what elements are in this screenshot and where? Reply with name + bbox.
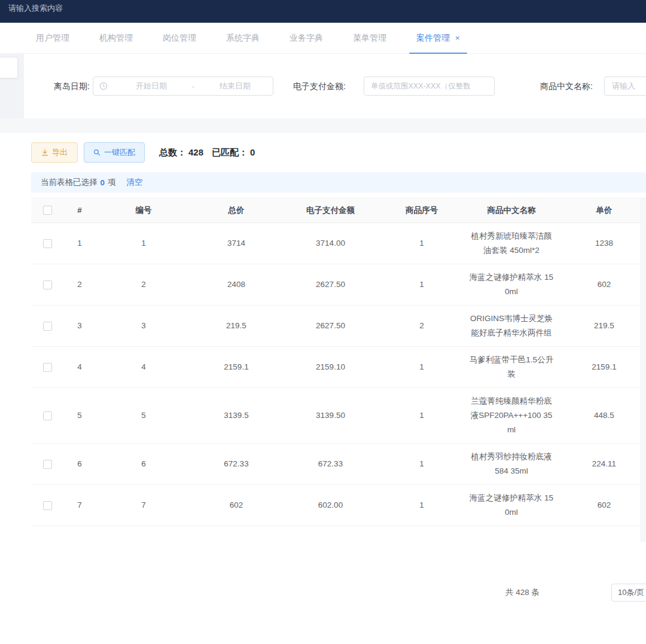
cell-product-name: 海蓝之谜修护精萃水 150ml [464, 485, 559, 526]
export-button-label: 导出 [52, 147, 68, 158]
cell-epay-amount: 3714.00 [281, 223, 380, 264]
table-row: 3 3 219.5 2627.50 2 ORIGINS韦博士灵芝焕能好底子精华水… [31, 306, 646, 347]
cell-code: 7 [96, 485, 191, 526]
tab-bar: 用户管理 机构管理 岗位管理 系统字典 业务字典 菜单管理 案件管理 × [0, 23, 646, 54]
end-date-placeholder[interactable]: 结束日期 [197, 81, 273, 91]
section-divider [0, 118, 646, 133]
tab-post-management[interactable]: 岗位管理 [163, 23, 196, 54]
col-total-price: 总价 [191, 198, 281, 223]
tab-menu-management[interactable]: 菜单管理 [353, 23, 386, 54]
selection-prefix: 当前表格已选择 [41, 177, 97, 188]
cell-unit-price: 1238 [559, 223, 646, 264]
product-name-filter-label: 商品中文名称: [540, 77, 593, 96]
row-checkbox[interactable] [43, 239, 52, 248]
cell-total-price: 3714 [191, 223, 281, 264]
cell-product-seq: 1 [380, 347, 464, 388]
collapsed-side-panel[interactable] [0, 57, 18, 78]
cell-unit-price: 448.5 [559, 388, 646, 444]
tab-case-management-label: 案件管理 [416, 33, 450, 44]
cell-product-name: 兰蔻菁纯臻颜精华粉底液SPF20PA+++100 35ml [464, 388, 559, 444]
page-size-select[interactable]: 10条/页 [611, 584, 646, 602]
tab-org-management[interactable]: 机构管理 [99, 23, 133, 54]
start-date-placeholder[interactable]: 开始日期 [114, 81, 189, 91]
table-row: 4 4 2159.1 2159.10 1 马爹利蓝带干邑1.5公升装 2159.… [31, 347, 646, 388]
cell-index: 6 [63, 444, 96, 485]
cell-product-name: 植村秀羽纱持妆粉底液 584 35ml [464, 444, 559, 485]
cell-total-price: 219.5 [191, 306, 281, 347]
row-checkbox[interactable] [43, 501, 52, 510]
row-checkbox[interactable] [43, 322, 52, 331]
cell-index: 8 [63, 526, 96, 542]
cell-epay-amount: 2627.50 [281, 264, 380, 306]
download-icon [41, 149, 48, 156]
tab-system-dict[interactable]: 系统字典 [226, 23, 260, 54]
cell-product-seq: 1 [380, 264, 464, 306]
matched-value: 0 [250, 147, 255, 157]
tab-case-management[interactable]: 案件管理 × [416, 23, 460, 54]
cell-code: 3 [96, 306, 191, 347]
header-checkbox-cell [31, 198, 63, 223]
cell-product-name: ORIGINS韦博士灵芝焕能好底子精华水两件组 [464, 306, 559, 347]
total-label: 总数： [159, 147, 186, 157]
cell-product-name: 海蓝之谜修护精萃水 150ml [464, 264, 559, 306]
row-checkbox[interactable] [43, 411, 52, 420]
table-right-scroll-strip[interactable] [640, 197, 646, 542]
cell-index: 2 [63, 264, 96, 306]
cell-code: 2 [96, 264, 191, 306]
col-code: 编号 [96, 198, 191, 223]
col-product-name: 商品中文名称 [464, 198, 559, 223]
table-header-row: # 编号 总价 电子支付金额 商品序号 商品中文名称 单价 [31, 198, 646, 223]
cell-epay-amount: 2627.50 [281, 306, 380, 347]
search-icon [93, 149, 100, 156]
export-button[interactable]: 导出 [31, 142, 78, 163]
cell-index: 5 [63, 388, 96, 444]
tab-user-management[interactable]: 用户管理 [36, 23, 69, 54]
cell-epay-amount: 602.00 [281, 485, 380, 526]
payment-amount-input[interactable]: 单值或范围XXX-XXX（仅整数 [364, 77, 495, 96]
selection-info-bar: 当前表格已选择 0 项 清空 [31, 172, 646, 193]
cell-product-seq: 1 [380, 485, 464, 526]
date-range-input[interactable]: 开始日期 - 结束日期 [93, 77, 273, 96]
cell-index: 1 [63, 223, 96, 264]
select-all-checkbox[interactable] [43, 206, 52, 215]
table-row: 7 7 602 602.00 1 海蓝之谜修护精萃水 150ml 602 [31, 485, 646, 526]
date-filter-label: 离岛日期: [54, 77, 90, 96]
table-body: 1 1 3714 3714.00 1 植村秀新琥珀臻萃洁颜油套装 450ml*2… [31, 223, 646, 542]
row-checkbox[interactable] [43, 363, 52, 372]
date-range-separator: - [189, 82, 197, 91]
cell-epay-amount: 672.33 [281, 444, 380, 485]
row-checkbox[interactable] [43, 280, 52, 289]
cell-product-seq: 1 [380, 526, 464, 542]
payment-filter-label: 电子支付金额: [293, 77, 346, 96]
cell-total-price: 1523.48 [191, 526, 281, 542]
matched-label: 已匹配： [212, 147, 248, 157]
cell-unit-price: 456.66 [559, 526, 646, 542]
cell-index: 7 [63, 485, 96, 526]
product-name-input[interactable]: 请输入 [604, 77, 646, 96]
count-summary: 总数：428已匹配：0 [159, 142, 263, 163]
selected-count: 0 [100, 178, 105, 187]
row-checkbox[interactable] [43, 460, 52, 469]
table-row: 6 6 672.33 672.33 1 植村秀羽纱持妆粉底液 584 35ml … [31, 444, 646, 485]
pagination-total: 共 428 条 [505, 584, 540, 602]
global-search-input[interactable]: 请输入搜索内容 [8, 3, 63, 14]
cell-code: 1 [96, 223, 191, 264]
clear-selection-link[interactable]: 清空 [127, 177, 143, 188]
cell-unit-price: 602 [559, 264, 646, 306]
cell-unit-price: 602 [559, 485, 646, 526]
cell-code: 4 [96, 347, 191, 388]
cell-product-seq: 1 [380, 444, 464, 485]
match-button-label: 一键匹配 [104, 147, 135, 158]
table-row: 8 8 1523.48 1523.48 1 卡诗菁纯亮泽经典香氛 456.66 [31, 526, 646, 542]
cell-unit-price: 2159.1 [559, 347, 646, 388]
table-row: 1 1 3714 3714.00 1 植村秀新琥珀臻萃洁颜油套装 450ml*2… [31, 223, 646, 264]
cell-total-price: 2408 [191, 264, 281, 306]
cell-code: 8 [96, 526, 191, 542]
close-icon[interactable]: × [455, 33, 460, 42]
cell-epay-amount: 1523.48 [281, 526, 380, 542]
col-epay-amount: 电子支付金额 [281, 198, 380, 223]
one-click-match-button[interactable]: 一键匹配 [84, 142, 145, 163]
cell-total-price: 602 [191, 485, 281, 526]
tab-business-dict[interactable]: 业务字典 [290, 23, 323, 54]
col-unit-price: 单价 [559, 198, 646, 223]
